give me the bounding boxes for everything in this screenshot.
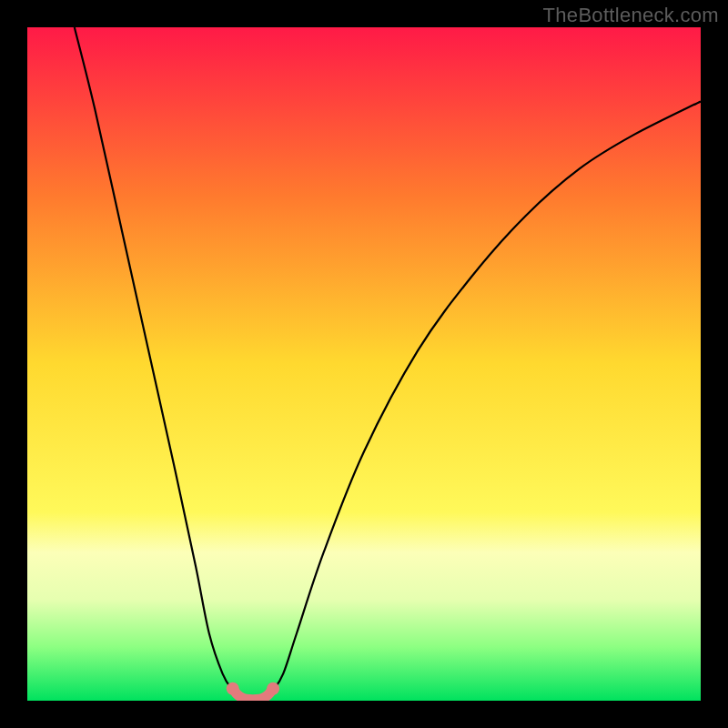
chart-frame: TheBottleneck.com [0,0,728,728]
valley-endpoint-dot [267,682,279,695]
valley-endpoint-dot [227,682,239,695]
watermark-text: TheBottleneck.com [543,4,719,27]
chart-background [27,27,701,701]
chart-plot [27,27,701,701]
